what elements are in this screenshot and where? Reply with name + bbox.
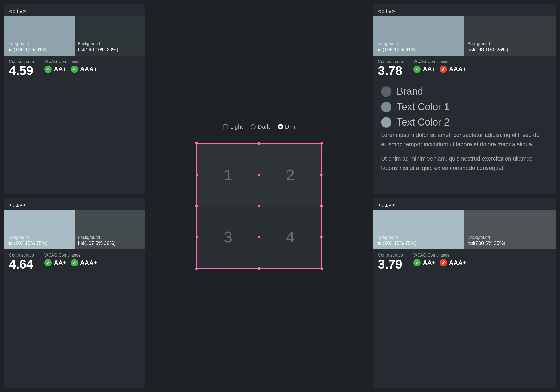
bl-bg-swatch: Background hsl(197 5% 30%) [75,210,145,249]
handle-r2c[interactable] [258,236,260,238]
handle-tl[interactable] [195,142,198,145]
lorem-text: Lorem ipsum dolor sit amet, consectetur … [381,130,548,173]
br-aa-badge: ✓ AA+ [413,259,436,266]
grid-wrapper: 1 2 3 4 [196,143,322,269]
cell-1-label: 1 [224,166,232,184]
grid-cell-4[interactable]: 4 [259,206,321,268]
bl-aa-badge: ✓ AA+ [44,259,67,266]
grid-cell-1[interactable]: 1 [197,144,259,206]
handle-inner-ml[interactable] [196,205,198,207]
tr-aaa-badge: ✗ AAA+ [440,66,466,73]
aa-pass-icon: ✓ [44,66,52,73]
handle-r2r[interactable] [320,236,323,238]
br-fg-swatch: Foreground hsl(202 15% 75%) [373,210,464,249]
tr-aa-label: AA+ [423,66,436,73]
bl-aaa-icon: ✓ [71,259,78,266]
handle-r1r[interactable] [320,174,323,176]
bl-contrast-label: Contrast ratio [9,253,34,258]
handle-r1c[interactable] [258,174,260,176]
handle-r2l[interactable] [196,236,198,238]
contrast-label: Contrast ratio [9,59,34,64]
theme-selector: Light Dark Dim [223,123,295,130]
dark-radio[interactable] [251,124,256,129]
fg-value: hsl(199 10% 61%) [7,47,72,52]
tr-wcag-label: WCAG Compliance [413,59,466,64]
legend-text1: Text Color 1 [381,101,548,112]
cell-2-label: 2 [286,166,294,184]
fg-label: Foreground [7,41,72,46]
top-left-stats: Contrast ratio 4.59 WCAG Compliance ✓ AA… [4,56,145,81]
dim-radio[interactable] [278,124,283,129]
brand-label: Brand [397,86,423,97]
handle-inner-mr[interactable] [320,205,323,207]
handle-inner-tm[interactable] [258,142,260,145]
br-contrast-value: 3.79 [378,258,403,271]
legend-text2: Text Color 2 [381,117,548,128]
tr-bg-value: hsl(198 10% 25%) [468,47,553,52]
theme-dim-option[interactable]: Dim [278,123,295,130]
text1-dot [381,102,391,112]
light-label: Light [230,123,243,130]
wcag-label: WCAG Compliance [44,59,97,64]
text2-dot [381,117,391,128]
br-bg-value: hsl(200 5% 35%) [468,240,553,246]
tr-contrast-label: Contrast ratio [378,59,403,64]
top-right-stats: Contrast ratio 3.78 WCAG Compliance ✓ AA… [373,56,556,81]
br-aa-icon: ✓ [413,259,421,266]
br-fg-label: Foreground [376,235,461,240]
handle-r1l[interactable] [196,174,198,176]
br-aaa-icon: ✗ [440,259,447,266]
top-right-bg-swatch: Background hsl(198 10% 25%) [464,16,556,56]
dark-label: Dark [258,123,270,130]
tr-contrast-value: 3.78 [378,64,403,77]
legend-lorem-area: Brand Text Color 1 Text Color 2 Lorem ip… [373,81,556,183]
tr-aaa-label: AAA+ [449,66,466,73]
top-left-panel: <div> Foreground hsl(199 10% 61%) Backgr… [4,4,145,194]
br-aaa-badge: ✗ AAA+ [440,259,466,266]
bottom-right-tag: <div> [373,198,556,210]
bg-label: Background [78,41,142,46]
theme-light-option[interactable]: Light [223,123,243,130]
bl-bg-label: Background [78,235,142,240]
top-left-bg-swatch: Background hsl(198 10% 20%) [75,16,145,56]
grid-container: 1 2 3 4 [196,143,322,269]
bl-aa-icon: ✓ [44,259,52,266]
bottom-right-stats: Contrast ratio 3.79 WCAG Compliance ✓ AA… [373,249,556,274]
bl-aa-label: AA+ [54,259,67,266]
br-aaa-label: AAA+ [449,259,466,266]
bl-aaa-badge: ✓ AAA+ [71,259,97,266]
text2-label: Text Color 2 [397,117,450,128]
handle-center[interactable] [258,205,260,207]
tr-fg-label: Foreground [376,41,461,46]
handle-br[interactable] [320,267,323,270]
bl-aaa-label: AAA+ [80,259,97,266]
cell-4-label: 4 [286,228,294,246]
bg-value: hsl(198 10% 20%) [78,47,142,52]
top-left-tag: <div> [4,4,145,16]
tr-bg-label: Background [468,41,553,46]
tr-fg-value: hsl(199 10% 61%) [376,47,461,52]
handle-inner-bm[interactable] [258,267,260,269]
br-fg-value: hsl(202 15% 75%) [376,240,461,246]
dim-label: Dim [285,123,295,130]
lorem-p1: Lorem ipsum dolor sit amet, consectetur … [381,130,548,149]
lorem-p2: Ut enim ad minim veniam, quis nostrud ex… [381,154,548,172]
text1-label: Text Color 1 [397,101,450,112]
bl-bg-value: hsl(197 5% 30%) [78,240,142,246]
aaa-label: AAA+ [80,66,97,73]
center-column: Light Dark Dim [149,4,370,388]
bottom-left-panel: <div> Foreground hsl(202 15% 75%) Backgr… [4,198,145,388]
top-right-tag: <div> [373,4,556,16]
tr-aa-icon: ✓ [413,66,421,73]
handle-tr[interactable] [320,142,323,145]
grid-cell-2[interactable]: 2 [259,144,321,206]
aa-badge: ✓ AA+ [44,66,67,73]
handle-bl[interactable] [195,267,198,270]
top-right-panel: <div> Foreground hsl(199 10% 61%) Backgr… [373,4,556,194]
light-radio[interactable] [223,124,228,129]
aa-label: AA+ [54,66,67,73]
grid-cell-3[interactable]: 3 [197,206,259,268]
theme-dark-option[interactable]: Dark [251,123,270,130]
tr-aaa-icon: ✗ [440,66,447,73]
br-bg-swatch: Background hsl(200 5% 35%) [464,210,556,249]
